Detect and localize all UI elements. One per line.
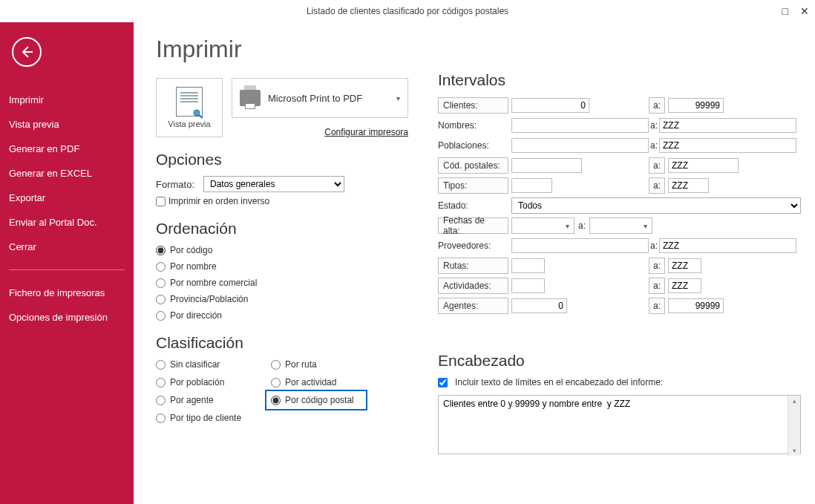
clasif-por-poblacion[interactable]: Por población: [156, 377, 241, 387]
encabezado-scrollbar[interactable]: ▴ ▾: [788, 396, 800, 456]
encabezado-check-input[interactable]: [438, 378, 448, 387]
sidebar-item-opciones-impresion[interactable]: Opciones de impresión: [0, 305, 134, 330]
clientes-from-input[interactable]: [511, 98, 589, 113]
poblaciones-to-input[interactable]: [659, 138, 796, 153]
tipos-label-button[interactable]: Tipos:: [438, 177, 508, 194]
tipos-from-input[interactable]: [511, 178, 552, 193]
codpost-to-input[interactable]: [668, 158, 739, 173]
document-preview-icon: [176, 87, 203, 117]
actividades-label-button[interactable]: Actividades:: [438, 278, 508, 294]
actividades-a-button[interactable]: a:: [649, 278, 665, 294]
agentes-to-input[interactable]: [668, 298, 724, 313]
reverse-order-checkbox[interactable]: Imprimir en orden inverso: [156, 196, 408, 206]
estado-select[interactable]: Todos: [511, 197, 801, 214]
sidebar: Imprimir Vista previa Generar en PDF Gen…: [0, 22, 134, 504]
rutas-from-input[interactable]: [511, 258, 545, 273]
actividades-to-input[interactable]: [668, 278, 701, 293]
encabezado-text[interactable]: Clientes entre 0 y 99999 y nombre entre …: [438, 395, 801, 454]
orden-por-nombre-comercial[interactable]: Por nombre comercial: [156, 278, 408, 288]
svg-point-0: [194, 110, 200, 116]
page-title: Imprimir: [156, 36, 408, 63]
rutas-label-button[interactable]: Rutas:: [438, 258, 508, 274]
rutas-a-button[interactable]: a:: [649, 258, 665, 274]
window-controls: □ ✕: [782, 0, 809, 22]
printer-icon: [240, 90, 261, 106]
orden-por-codigo[interactable]: Por código: [156, 245, 408, 255]
maximize-icon[interactable]: □: [782, 0, 788, 22]
preview-label: Vista previa: [168, 120, 210, 128]
nombres-a-label: a:: [649, 120, 659, 131]
formato-select[interactable]: Datos generales: [203, 176, 344, 192]
ordenacion-heading: Ordenación: [156, 220, 408, 238]
orden-provincia-poblacion[interactable]: Provincia/Población: [156, 294, 408, 304]
nombres-label: Nombres:: [438, 120, 508, 131]
proveedores-to-input[interactable]: [659, 238, 796, 253]
printer-name: Microsoft Print to PDF: [268, 93, 362, 104]
scroll-up-icon[interactable]: ▴: [788, 396, 800, 406]
agentes-label-button[interactable]: Agentes:: [438, 298, 508, 314]
encabezado-check-label: Incluir texto de límites en el encabezad…: [455, 377, 663, 387]
clasif-por-codigo-postal[interactable]: Por código postal: [271, 395, 354, 405]
orden-por-nombre[interactable]: Por nombre: [156, 261, 408, 272]
estado-label: Estado:: [438, 200, 508, 211]
fechas-to-date[interactable]: ▾: [589, 217, 652, 234]
clasif-focus-highlight: Por código postal: [265, 390, 367, 410]
sidebar-separator: [9, 269, 125, 270]
preview-button[interactable]: Vista previa: [156, 78, 223, 137]
agentes-a-button[interactable]: a:: [649, 298, 665, 314]
poblaciones-a-label: a:: [649, 140, 659, 151]
orden-por-direccion[interactable]: Por dirección: [156, 310, 408, 321]
poblaciones-label: Poblaciones:: [438, 140, 508, 151]
printer-selector[interactable]: Microsoft Print to PDF ▾: [232, 78, 408, 118]
sidebar-item-cerrar[interactable]: Cerrar: [0, 235, 134, 259]
poblaciones-from-input[interactable]: [511, 138, 649, 153]
scroll-down-icon[interactable]: ▾: [788, 445, 800, 456]
sidebar-item-exportar[interactable]: Exportar: [0, 186, 134, 210]
fechas-label-button[interactable]: Fechas de alta:: [438, 217, 508, 234]
codpost-label-button[interactable]: Cód. postales:: [438, 157, 508, 174]
magnifier-icon: [192, 108, 205, 119]
sidebar-item-generar-excel[interactable]: Generar en EXCEL: [0, 161, 134, 186]
clasif-por-ruta[interactable]: Por ruta: [271, 359, 354, 370]
clasif-por-tipo-cliente[interactable]: Por tipo de cliente: [156, 413, 241, 423]
clientes-to-input[interactable]: [668, 98, 724, 113]
fechas-a-label: a:: [575, 220, 589, 231]
tipos-a-button[interactable]: a:: [649, 177, 665, 194]
back-button[interactable]: [12, 37, 42, 67]
sidebar-item-portal-doc[interactable]: Enviar al Portal Doc.: [0, 210, 134, 235]
sidebar-item-imprimir[interactable]: Imprimir: [0, 88, 134, 112]
fechas-from-date[interactable]: ▾: [511, 217, 575, 234]
proveedores-from-input[interactable]: [511, 238, 649, 253]
formato-label: Formato:: [156, 179, 197, 190]
nombres-to-input[interactable]: [659, 118, 796, 133]
encabezado-checkbox[interactable]: Incluir texto de límites en el encabezad…: [438, 377, 801, 387]
clasif-por-agente[interactable]: Por agente: [156, 395, 241, 405]
reverse-order-input[interactable]: [156, 197, 166, 206]
agentes-from-input[interactable]: [511, 298, 567, 313]
clasif-por-actividad[interactable]: Por actividad: [271, 377, 354, 387]
proveedores-a-label: a:: [649, 240, 659, 251]
codpost-a-button[interactable]: a:: [649, 157, 665, 174]
actividades-from-input[interactable]: [511, 278, 545, 293]
reverse-order-label: Imprimir en orden inverso: [168, 196, 269, 206]
sidebar-item-vista-previa[interactable]: Vista previa: [0, 112, 134, 137]
sidebar-item-fichero-impresoras[interactable]: Fichero de impresoras: [0, 281, 134, 305]
window-title: Listado de clientes clasificado por códi…: [0, 0, 815, 22]
arrow-left-icon: [19, 45, 34, 59]
sidebar-item-generar-pdf[interactable]: Generar en PDF: [0, 137, 134, 161]
nombres-from-input[interactable]: [511, 118, 649, 133]
svg-line-1: [199, 115, 203, 118]
opciones-heading: Opciones: [156, 151, 408, 168]
clientes-label-button[interactable]: Clientes:: [438, 97, 508, 114]
encabezado-heading: Encabezado: [438, 352, 801, 370]
close-icon[interactable]: ✕: [800, 0, 809, 22]
codpost-from-input[interactable]: [511, 158, 582, 173]
clasif-sin-clasificar[interactable]: Sin clasificar: [156, 359, 241, 370]
proveedores-label: Proveedores:: [438, 240, 508, 251]
rutas-to-input[interactable]: [668, 258, 701, 273]
chevron-down-icon: ▾: [396, 94, 400, 102]
config-printer-link[interactable]: Configurar impresora: [232, 127, 408, 137]
clientes-a-button[interactable]: a:: [649, 97, 665, 114]
intervalos-heading: Intervalos: [438, 71, 801, 89]
tipos-to-input[interactable]: [668, 178, 709, 193]
